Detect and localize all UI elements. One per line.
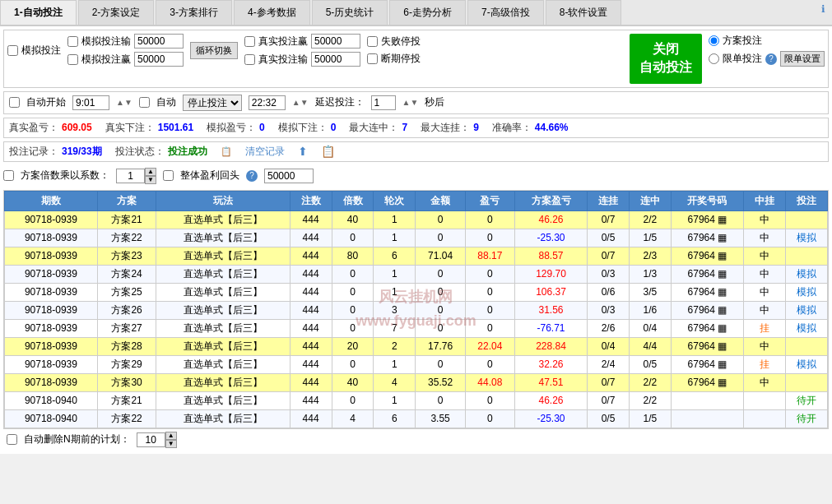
break-stop-checkbox[interactable] [367,53,378,64]
radio-limit[interactable] [709,53,719,64]
td-开奖号码: 67964 ▦ [671,229,743,247]
td-连挂: 0/7 [588,247,630,265]
td-中挂: 挂 [743,319,785,337]
td-方案盈亏: 46.26 [515,210,588,229]
td-投注 [785,373,827,391]
td-方案: 方案21 [97,391,156,409]
table-row[interactable]: 90718-0940方案22直选单式【后三】444463.550-25.300/… [5,409,828,428]
td-方案: 方案21 [97,210,156,229]
tab-tab6[interactable]: 6-走势分析 [389,0,466,25]
table-row[interactable]: 90718-0939方案28直选单式【后三】44420217.7622.0422… [5,337,828,355]
td-倍数: 40 [332,373,374,391]
sim-input-row: 模拟投注输 [67,34,184,49]
td-倍数: 0 [332,355,374,373]
delay-arrows: ▲▼ [402,98,419,107]
td-连挂: 0/7 [588,210,630,229]
upload-icon[interactable]: ⬆ [298,145,308,158]
table-row[interactable]: 90718-0939方案30直选单式【后三】44440435.5244.0847… [5,373,828,391]
td-投注: 模拟 [785,283,827,301]
mult-up-btn[interactable]: ▲ [145,168,156,176]
real-win-label: 真实投注赢 [258,35,308,49]
tab-tab3[interactable]: 3-方案排行 [156,0,232,25]
table-row[interactable]: 90718-0939方案23直选单式【后三】44480671.0488.1788… [5,247,828,265]
clear-icon[interactable]: 📋 [221,146,232,157]
table-row[interactable]: 90718-0940方案21直选单式【后三】444010046.260/72/2… [5,391,828,409]
sim-invest-checkbox[interactable] [7,45,18,56]
mult-input[interactable] [116,169,145,183]
sim-win-field[interactable] [134,52,184,67]
stop-invest-select[interactable]: 停止投注 [183,95,242,111]
td-轮次: 7 [374,319,416,337]
td-玩法: 直选单式【后三】 [156,391,290,409]
real-bets-stat: 真实下注： 1501.61 [105,121,193,135]
auto-delete-up-btn[interactable]: ▲ [165,432,177,440]
limit-info-icon[interactable]: ? [765,53,777,65]
auto-checkbox[interactable] [139,97,150,108]
td-中挂: 挂 [743,355,785,373]
table-row[interactable]: 90718-0939方案21直选单式【后三】4444010046.260/72/… [5,210,828,229]
radio-invest[interactable] [709,35,719,46]
tab-tab5[interactable]: 5-历史统计 [312,0,388,25]
tab-tab7[interactable]: 7-高级倍投 [467,0,544,25]
td-盈亏: 0 [465,319,514,337]
td-金额: 17.76 [416,337,465,355]
td-盈亏: 0 [465,391,514,409]
tab-tab1[interactable]: 1-自动投注 [0,0,77,25]
profit-checkbox[interactable] [163,170,174,181]
td-方案盈亏: 47.51 [515,373,588,391]
td-投注: 待开 [785,391,827,409]
table-row[interactable]: 90718-0939方案25直选单式【后三】4440100106.370/63/… [5,283,828,301]
mult-down-btn[interactable]: ▼ [145,176,156,184]
delay-unit: 秒后 [425,95,444,109]
profit-info-icon[interactable]: ? [246,170,258,182]
real-win-checkbox[interactable] [244,36,255,47]
sim-input-checkbox[interactable] [67,36,78,47]
td-期数: 90718-0939 [5,247,98,265]
tab-tab2[interactable]: 2-方案设定 [78,0,155,25]
real-profit-value: 609.05 [62,122,92,133]
max-lose-label: 最大连挂： [421,121,470,135]
clear-label[interactable]: 清空记录 [245,145,285,159]
info-icon[interactable]: ℹ [815,0,832,25]
real-input-checkbox[interactable] [244,54,255,65]
td-开奖号码: 67964 ▦ [671,265,743,283]
table-row[interactable]: 90718-0939方案29直选单式【后三】444010032.262/40/5… [5,355,828,373]
accuracy-label: 准确率： [492,121,532,135]
auto-delete-down-btn[interactable]: ▼ [165,440,177,448]
table-row[interactable]: 90718-0939方案22直选单式【后三】4440100-25.300/51/… [5,229,828,247]
td-盈亏: 0 [465,265,514,283]
auto-start-checkbox[interactable] [9,97,20,108]
controls-area: 模拟投注 模拟投注输 模拟投注赢 循环切换 [3,30,829,88]
td-玩法: 直选单式【后三】 [156,210,290,229]
table-row[interactable]: 90718-0939方案27直选单式【后三】4440700-76.712/60/… [5,319,828,337]
mult-spinbox: ▲ ▼ [116,168,156,184]
table-row[interactable]: 90718-0939方案26直选单式【后三】444030031.560/31/6… [5,301,828,319]
loop-switch-btn[interactable]: 循环切换 [190,42,238,59]
fail-stop-checkbox[interactable] [367,36,378,47]
td-金额: 35.52 [416,373,465,391]
max-win-stat: 最大连中： 7 [349,121,407,135]
table-body: 90718-0939方案21直选单式【后三】4444010046.260/72/… [5,210,828,428]
start-time-input[interactable] [72,95,109,110]
profit-value-input[interactable] [264,169,314,183]
tab-tab4[interactable]: 4-参考数据 [234,0,310,25]
td-连中: 0/5 [629,355,671,373]
limit-set-btn[interactable]: 限单设置 [780,51,825,67]
sim-win-checkbox[interactable] [67,54,78,65]
main-content: 模拟投注 模拟投注输 模拟投注赢 循环切换 [0,26,832,454]
td-连挂: 0/5 [588,229,630,247]
mult-checkbox[interactable] [3,170,14,181]
end-time-input[interactable] [249,95,286,110]
tab-tab8[interactable]: 8-软件设置 [546,0,622,25]
copy-icon[interactable]: 📋 [321,145,335,158]
sim-input-field[interactable] [134,34,184,49]
table-row[interactable]: 90718-0939方案24直选单式【后三】4440100129.700/31/… [5,265,828,283]
real-win-field[interactable] [311,34,360,49]
close-auto-btn[interactable]: 关闭 自动投注 [630,34,702,84]
delay-input[interactable] [371,95,396,110]
max-win-value: 7 [402,122,407,133]
auto-label: 自动 [156,95,176,109]
real-input-field[interactable] [311,52,360,67]
auto-delete-checkbox[interactable] [7,434,17,445]
auto-delete-input[interactable] [137,432,165,447]
